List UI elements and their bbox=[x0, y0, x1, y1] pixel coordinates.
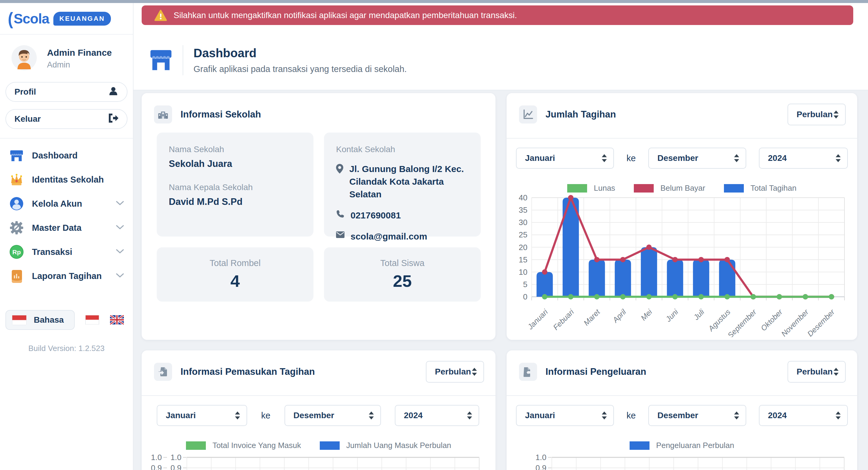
sidebar-item-transaksi[interactable]: Rp Transaksi bbox=[9, 240, 124, 264]
logo-text: Scola bbox=[13, 10, 49, 27]
svg-text:0.9: 0.9 bbox=[151, 463, 162, 470]
billing-period-select[interactable]: Perbulan bbox=[787, 104, 846, 125]
select-value: Perbulan bbox=[797, 367, 833, 377]
line-chart-icon bbox=[519, 105, 537, 124]
rupiah-icon: Rp bbox=[9, 245, 24, 259]
avatar bbox=[11, 45, 37, 72]
income-year-select[interactable]: 2024 bbox=[395, 405, 479, 426]
total-rombel-label: Total Rombel bbox=[210, 258, 260, 268]
school-icon bbox=[154, 105, 172, 124]
profile-button-label: Profil bbox=[14, 87, 36, 97]
school-contact-panel: Kontak Sekolah Jl. Gunung Balong I/2 Kec… bbox=[324, 132, 481, 237]
notification-alert[interactable]: Silahkan untuk mengaktifkan notifikasi a… bbox=[142, 5, 853, 25]
phone-icon bbox=[336, 210, 344, 219]
billing-chart-card: Jumlah Tagihan Perbulan Januari ke Desem… bbox=[507, 93, 857, 340]
total-rombel-value: 4 bbox=[230, 271, 240, 291]
svg-text:Juni: Juni bbox=[664, 307, 680, 323]
sidebar-item-dashboard[interactable]: Dashboard bbox=[9, 144, 124, 167]
select-value: Januari bbox=[525, 411, 555, 420]
total-siswa-label: Total Siswa bbox=[380, 258, 425, 268]
select-value: 2024 bbox=[768, 153, 786, 163]
svg-text:Oktober: Oktober bbox=[759, 307, 784, 333]
sidebar-item-label: Transaksi bbox=[32, 247, 72, 257]
school-phone: 0217690081 bbox=[350, 209, 401, 222]
to-word: ke bbox=[627, 153, 636, 163]
warning-icon bbox=[154, 10, 167, 21]
updown-icon bbox=[734, 154, 740, 163]
updown-icon bbox=[601, 154, 607, 163]
svg-text:Juli: Juli bbox=[692, 307, 706, 322]
chevron-down-icon bbox=[116, 249, 124, 255]
sidebar-item-label: Dashboard bbox=[32, 151, 78, 161]
svg-text:40: 40 bbox=[519, 193, 527, 202]
sidebar: ( Scola KEUANGAN Admin Finance Admin bbox=[0, 3, 133, 470]
language-row: Bahasa bbox=[5, 310, 124, 330]
chevron-down-icon bbox=[116, 273, 124, 279]
app-logo[interactable]: ( Scola KEUANGAN bbox=[0, 3, 133, 35]
card-title: Jumlah Tagihan bbox=[546, 109, 616, 120]
income-month-from-select[interactable]: Januari bbox=[157, 405, 247, 426]
select-value: Perbulan bbox=[797, 110, 833, 119]
indonesia-flag-option[interactable] bbox=[85, 315, 100, 325]
billing-year-select[interactable]: 2024 bbox=[759, 148, 848, 169]
school-email: scola@gmail.com bbox=[350, 230, 427, 243]
school-name-panel: Nama Sekolah Sekolah Juara Nama Kepala S… bbox=[157, 132, 313, 237]
svg-text:10: 10 bbox=[519, 268, 527, 277]
legend-label: Jumlah Uang Masuk Perbulan bbox=[346, 441, 451, 450]
svg-text:Januari: Januari bbox=[526, 307, 550, 332]
expense-month-to-select[interactable]: Desember bbox=[648, 405, 746, 426]
billing-month-from-select[interactable]: Januari bbox=[516, 148, 614, 169]
legend-swatch-lunas bbox=[567, 184, 587, 192]
income-month-to-select[interactable]: Desember bbox=[284, 405, 381, 426]
total-rombel-stat: Total Rombel 4 bbox=[157, 247, 313, 302]
sidebar-item-laporan-tagihan[interactable]: Laporan Tagihan bbox=[9, 264, 124, 288]
alert-text: Silahkan untuk mengaktifkan notifikasi a… bbox=[174, 10, 517, 20]
select-value: Desember bbox=[293, 411, 334, 420]
uk-flag-option[interactable] bbox=[110, 315, 124, 325]
income-chart-legend: Total Invoice Yang Masuk Jumlah Uang Mas… bbox=[142, 441, 495, 450]
legend-swatch-pengeluaran bbox=[629, 441, 650, 450]
income-chart: 1.01.00.90.9 bbox=[148, 453, 486, 470]
legend-label: Total Invoice Yang Masuk bbox=[213, 441, 301, 450]
svg-text:1.0: 1.0 bbox=[535, 453, 547, 462]
updown-icon bbox=[368, 411, 374, 420]
profile-button[interactable]: Profil bbox=[5, 82, 127, 102]
select-value: Perbulan bbox=[435, 367, 471, 377]
svg-text:30: 30 bbox=[519, 218, 527, 227]
header-band: Silahkan untuk mengaktifkan notifikasi a… bbox=[133, 3, 868, 90]
sidebar-item-identitas-sekolah[interactable]: Identitas Sekolah bbox=[9, 167, 124, 192]
svg-text:15: 15 bbox=[519, 255, 527, 264]
billing-month-to-select[interactable]: Desember bbox=[648, 148, 746, 169]
select-value: Januari bbox=[166, 411, 196, 420]
svg-text:Maret: Maret bbox=[582, 307, 602, 327]
legend-swatch-uang-masuk bbox=[320, 441, 340, 450]
chevron-down-icon bbox=[116, 201, 124, 207]
sidebar-item-label: Laporan Tagihan bbox=[32, 271, 101, 281]
card-title: Informasi Pengeluaran bbox=[546, 366, 646, 377]
select-value: Januari bbox=[525, 153, 555, 163]
billing-chart-legend: Lunas Belum Bayar Total Tagihan bbox=[507, 184, 857, 193]
sidebar-item-kelola-akun[interactable]: Kelola Akun bbox=[9, 192, 124, 216]
updown-icon bbox=[835, 411, 841, 420]
school-name-label: Nama Sekolah bbox=[169, 145, 301, 154]
user-profile-summary: Admin Finance Admin bbox=[11, 45, 112, 72]
svg-text:25: 25 bbox=[519, 230, 527, 239]
school-address: Jl. Gunung Balong I/2 Kec. Cilandak Kota… bbox=[349, 163, 469, 201]
card-title: Informasi Sekolah bbox=[181, 109, 261, 120]
school-name-value: Sekolah Juara bbox=[169, 158, 301, 169]
expense-year-select[interactable]: 2024 bbox=[759, 405, 848, 426]
updown-icon bbox=[833, 110, 839, 119]
sidebar-item-master-data[interactable]: Master Data bbox=[9, 216, 124, 240]
select-value: Desember bbox=[657, 153, 698, 163]
person-icon bbox=[108, 86, 119, 98]
expense-chart: 1.00.9 bbox=[513, 453, 851, 470]
logout-button[interactable]: Keluar bbox=[5, 109, 127, 129]
language-button[interactable]: Bahasa bbox=[5, 310, 75, 330]
main-content: Silahkan untuk mengaktifkan notifikasi a… bbox=[133, 3, 868, 470]
svg-text:April: April bbox=[611, 307, 628, 325]
expense-month-from-select[interactable]: Januari bbox=[516, 405, 614, 426]
expense-period-select[interactable]: Perbulan bbox=[787, 361, 846, 383]
income-period-select[interactable]: Perbulan bbox=[426, 361, 484, 383]
page-subtitle: Grafik aplikasi pada transaksi yang ters… bbox=[193, 64, 407, 74]
total-siswa-stat: Total Siswa 25 bbox=[324, 247, 481, 302]
